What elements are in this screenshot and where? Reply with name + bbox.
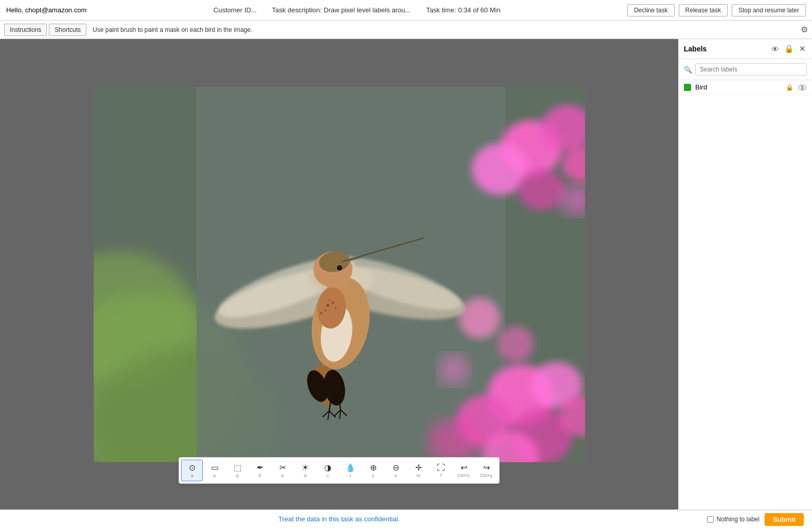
zoom-out-icon: ⊖ (393, 463, 399, 472)
visibility-icon[interactable]: 👁 (770, 44, 780, 54)
top-bar-left: Hello, chopt@amazon.com (6, 6, 86, 14)
bottom-bar: Treat the data in this task as confident… (0, 509, 812, 528)
pen-tool[interactable]: ✒ b (249, 460, 271, 481)
svg-point-50 (328, 299, 330, 301)
labels-list: Bird 🔒 1 (679, 80, 812, 509)
label-name-bird: Bird (695, 83, 782, 91)
canvas-wrapper[interactable]: ⊙ a ▭ p ⬚ q ✒ b ✂ e (0, 39, 678, 509)
svg-point-21 (438, 354, 469, 385)
undo-tool[interactable]: ↩ Ctrl+z (453, 460, 474, 481)
decline-task-button[interactable]: Decline task (627, 4, 674, 16)
svg-point-47 (331, 301, 334, 304)
zoom-in-icon: ⊕ (370, 463, 377, 472)
lock-icon[interactable]: 🔒 (783, 43, 795, 54)
top-bar-right: Decline task Release task Stop and resum… (627, 4, 806, 16)
task-time: Task time: 0:34 of 60 Min (426, 6, 501, 14)
task-description: Task description: Draw pixel level label… (272, 6, 411, 14)
eraser-tool[interactable]: ✂ e (272, 460, 293, 481)
svg-point-34 (339, 266, 341, 268)
settings-icon[interactable]: ⚙ (801, 25, 808, 34)
toolbar: ⊙ a ▭ p ⬚ q ✒ b ✂ e (179, 457, 500, 484)
crosshair-tool[interactable]: ✛ m (408, 460, 429, 481)
instruction-bar: Instructions Shortcuts Use paint brush t… (0, 21, 812, 39)
svg-point-20 (498, 326, 534, 362)
fit-tool[interactable]: ⛶ f (430, 460, 452, 481)
svg-point-48 (324, 309, 326, 312)
nothing-to-label-container: Nothing to label (707, 516, 760, 523)
redo-icon: ↪ (483, 463, 490, 472)
rect-icon: ▭ (211, 463, 219, 472)
image-canvas[interactable] (94, 87, 585, 462)
stop-resume-button[interactable]: Stop and resume later (732, 4, 806, 16)
label-item-bird[interactable]: Bird 🔒 1 (679, 80, 812, 95)
nothing-to-label-checkbox[interactable] (707, 516, 714, 523)
svg-point-46 (326, 304, 329, 307)
label-color-bird (684, 84, 691, 91)
zoom-out-tool[interactable]: ⊖ o (385, 460, 407, 481)
close-panel-icon[interactable]: ✕ (798, 43, 807, 54)
search-icon: 🔍 (684, 66, 692, 74)
instruction-text: Use paint brush to paint a mask on each … (93, 26, 252, 33)
labels-title: Labels (684, 45, 767, 53)
crosshair-icon: ✛ (415, 463, 422, 472)
submit-button[interactable]: Submit (765, 513, 804, 526)
rect-select-icon: ⬚ (234, 463, 241, 472)
pen-icon: ✒ (257, 463, 263, 472)
redo-tool[interactable]: ↪ Ctrl+y (475, 460, 497, 481)
fill-icon: 💧 (345, 463, 356, 472)
rect-select-tool[interactable]: ⬚ q (226, 460, 248, 481)
search-labels-input[interactable] (695, 63, 807, 76)
svg-point-49 (334, 307, 337, 309)
fill-tool[interactable]: 💧 t (340, 460, 361, 481)
labels-search: 🔍 (679, 59, 812, 80)
undo-icon: ↩ (461, 463, 467, 472)
brush-tool[interactable]: ⊙ a (181, 460, 203, 481)
svg-point-19 (459, 298, 500, 339)
labels-header: Labels 👁 🔒 ✕ (679, 39, 812, 59)
shortcuts-tab[interactable]: Shortcuts (49, 24, 86, 36)
bottom-right: Nothing to label Submit (678, 510, 812, 529)
greeting: Hello, chopt@amazon.com (6, 6, 86, 14)
svg-point-9 (518, 169, 564, 210)
svg-point-51 (320, 312, 322, 314)
brightness-tool[interactable]: ☀ d (294, 460, 316, 481)
content-row: ⊙ a ▭ p ⬚ q ✒ b ✂ e (0, 39, 812, 509)
nothing-to-label-text: Nothing to label (717, 516, 760, 523)
label-lock-icon: 🔒 (786, 84, 793, 91)
eraser-icon: ✂ (279, 463, 286, 472)
top-bar-center: Customer ID... Task description: Draw pi… (214, 6, 501, 14)
contrast-icon: ◑ (324, 463, 331, 472)
brush-icon: ⊙ (189, 463, 196, 472)
top-bar: Hello, chopt@amazon.com Customer ID... T… (0, 0, 812, 21)
hummingbird-svg (94, 87, 585, 462)
rect-tool[interactable]: ▭ p (204, 460, 225, 481)
release-task-button[interactable]: Release task (679, 4, 728, 16)
confidential-text: Treat the data in this task as confident… (0, 515, 678, 523)
label-count-bird: 1 (798, 84, 807, 91)
customer-id: Customer ID... (214, 6, 257, 14)
labels-panel: Labels 👁 🔒 ✕ 🔍 Bird 🔒 1 (678, 39, 812, 509)
fit-icon: ⛶ (437, 463, 445, 472)
instructions-tab[interactable]: Instructions (4, 24, 47, 36)
brightness-icon: ☀ (302, 463, 309, 472)
zoom-in-tool[interactable]: ⊕ z (362, 460, 384, 481)
contrast-tool[interactable]: ◑ c (317, 460, 339, 481)
